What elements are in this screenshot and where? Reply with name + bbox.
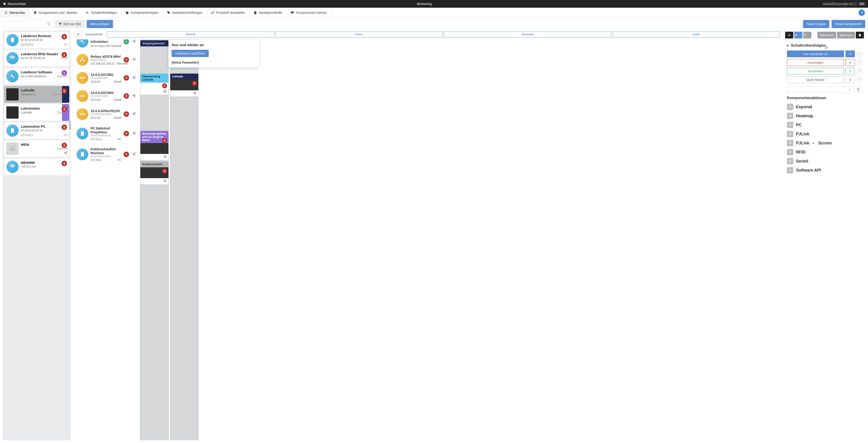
- component-card[interactable]: Lokdienst Softwarede.is.ddm.lokdienstExp…: [4, 68, 69, 85]
- col-gebaeude[interactable]: Gebäude: [444, 31, 611, 38]
- tech-card[interactable]: PC Bahnhof Projektiona0:a0:a0:a0:a0:3212…: [74, 124, 138, 143]
- help-button[interactable]: ?: [859, 8, 868, 18]
- lang-badge[interactable]: A|A: [859, 2, 865, 6]
- cancel-button[interactable]: Abbrechen: [817, 32, 836, 38]
- nav-tab-komponenten-demos[interactable]: Komponenten Demos: [286, 8, 331, 18]
- help-icon[interactable]: ?: [856, 77, 862, 83]
- component-card[interactable]: Lokdienst RFID Reader00:41:7E:54:45:34RF…: [4, 50, 69, 67]
- tech-card[interactable]: 10.0.0.6/COM310.0.0.6/COM310.0.0.6Seriel…: [74, 88, 138, 104]
- filter-icon: [58, 22, 62, 26]
- sequence-button[interactable]: Einschalten: [787, 68, 844, 74]
- tech-card[interactable]: Software Infostationde.nrn.foyer.infoExp…: [74, 39, 138, 50]
- action-item[interactable]: +Software API: [787, 166, 862, 175]
- tech-card[interactable]: 10.0.0.6//dev/ttyS010.0.0.6//dev/ttyS010…: [74, 106, 138, 122]
- global-search[interactable]: [3, 20, 53, 28]
- action-item[interactable]: +Heatmap: [787, 112, 862, 120]
- user-label[interactable]: asbachfinsynergie.de [ ]: [823, 2, 857, 6]
- help-icon[interactable]: ?: [856, 68, 862, 74]
- compress-button[interactable]: [803, 32, 811, 38]
- tech-address: 127.0.0.1: [91, 138, 102, 141]
- col-raum[interactable]: Raum: [276, 31, 443, 38]
- enter-icon[interactable]: [132, 39, 136, 44]
- sequence-button[interactable]: Aus und wieder an: [787, 51, 844, 57]
- room-enter[interactable]: [141, 154, 168, 160]
- component-card[interactable]: LokhalleGebäude 1Ausstellung6: [4, 86, 69, 103]
- action-item[interactable]: +Seriell: [787, 157, 862, 166]
- action-item[interactable]: +PC: [787, 120, 862, 129]
- filter-count-button[interactable]: 310 von 310: [55, 20, 85, 28]
- enter-icon[interactable]: [132, 131, 136, 136]
- enter-icon[interactable]: [132, 152, 136, 157]
- nav-tab-gruppenarten-und-ebenen[interactable]: Gruppenarten und -ebenen: [29, 8, 81, 18]
- save-button[interactable]: Speichern: [837, 32, 855, 38]
- brand[interactable]: NeuroomNet: [3, 2, 26, 6]
- tech-card[interactable]: Relays dS378 8RelRelays dS378192.168.102…: [74, 52, 138, 68]
- room-card[interactable]: Bahnhofprojektion und ein längerer Name6: [141, 131, 168, 160]
- status-badge: 6: [62, 34, 67, 39]
- sequence-button[interactable]: Ausschalten: [787, 59, 844, 66]
- room-card[interactable]: Lokhalle6: [170, 73, 198, 96]
- action-item[interactable]: +Exponat: [787, 102, 862, 112]
- sequence-button[interactable]: Quick Restart: [787, 76, 844, 83]
- enter-icon[interactable]: [132, 75, 136, 80]
- enter-icon[interactable]: [132, 94, 136, 98]
- enter-icon[interactable]: [64, 151, 67, 155]
- room-enter[interactable]: [170, 90, 198, 96]
- component-card[interactable]: Lokomotive PCa0:a0:a0:a0:a0:1e127.0.0.1P…: [4, 122, 69, 139]
- tech-card[interactable]: Kohleschaufeln Rechnera0:a0:a0:a0:a0:ab1…: [74, 145, 138, 164]
- enter-icon[interactable]: [132, 112, 136, 116]
- thumbnail-image: [6, 106, 19, 119]
- do-search-button[interactable]: [855, 86, 862, 93]
- room-card[interactable]: Kohleschaufeln6: [141, 161, 168, 184]
- new-component-button[interactable]: Neue Komponente: [832, 20, 865, 28]
- nav-tab-komponententypen[interactable]: Komponententypen: [121, 8, 162, 18]
- raum-column[interactable]: Eingangsbereich Überwachung Lokhalle6Bah…: [140, 39, 169, 440]
- nav-tab-hierarchie[interactable]: Hierarchie: [0, 8, 29, 18]
- tech-type: Seriell: [114, 80, 121, 83]
- col-stadt[interactable]: Stadt: [613, 31, 780, 38]
- col-technik[interactable]: Technik: [107, 31, 274, 38]
- gebaeude-column[interactable]: Gebäude 1 Lokhalle6: [170, 39, 199, 440]
- sequence-row: Einschalten9?: [787, 68, 862, 74]
- component-card[interactable]: MEWExponat6: [4, 140, 69, 157]
- sidebar-component-list[interactable]: Lokdienst Rechnera0:a0:a0:a0:a0:a0127.0.…: [3, 30, 71, 440]
- tech-card[interactable]: 10.0.0.6/COM110.0.0.6/COM110.0.0.6Seriel…: [74, 70, 138, 86]
- delete-button[interactable]: [856, 32, 864, 38]
- component-card[interactable]: LokomotiveLokhalleExponat6: [4, 104, 69, 121]
- tech-type: Seriell: [114, 116, 121, 120]
- section-toggle[interactable]: ▶ Schaltreihenfolgen: [787, 43, 862, 48]
- action-item[interactable]: +PJLink▸Screen: [787, 138, 862, 148]
- raum-header-chip[interactable]: Eingangsbereich: [141, 40, 168, 46]
- sliders-button[interactable]: [794, 32, 802, 38]
- show-all-button[interactable]: Alle anzeigen: [87, 20, 113, 28]
- clear-search-button[interactable]: ×: [846, 86, 853, 93]
- sequence-count[interactable]: 9: [845, 76, 855, 83]
- list-icon: [85, 11, 89, 14]
- nav-tab-protokoll-verarbeiter[interactable]: Protokoll Verarbeiter: [207, 8, 249, 18]
- stadt-column[interactable]: [200, 39, 229, 440]
- component-card[interactable]: MEW999::ffff:10.0.0.66: [4, 158, 69, 175]
- sequence-count[interactable]: 9: [845, 51, 855, 57]
- technik-column[interactable]: Software Infostationde.nrn.foyer.infoExp…: [73, 39, 139, 440]
- global-search-input[interactable]: [5, 22, 47, 26]
- new-group-button[interactable]: Neue Gruppe: [803, 20, 829, 28]
- sequence-count[interactable]: 9: [845, 68, 855, 74]
- nav-tab-kartenbeschriftungen[interactable]: Kartenbeschriftungen: [163, 8, 207, 18]
- search-icon[interactable]: [47, 22, 51, 26]
- help-icon[interactable]: ?: [856, 51, 862, 57]
- expand-all-button[interactable]: [75, 31, 82, 38]
- status-badge: 5: [62, 70, 67, 75]
- enter-icon[interactable]: [132, 58, 136, 62]
- popover-execute-button[interactable]: 9 Aktionen ausführen: [172, 50, 209, 57]
- nav-tab-ger-teprotokolle[interactable]: Geräteprotokolle: [249, 8, 287, 18]
- action-search-input[interactable]: [787, 86, 846, 93]
- nav-tab-schaltreihenfolgen[interactable]: Schaltreihenfolgen: [81, 8, 121, 18]
- action-item[interactable]: +PJLink: [787, 129, 862, 138]
- room-card[interactable]: Überwachung Lokhalle6: [141, 73, 168, 95]
- help-icon[interactable]: ?: [856, 60, 862, 65]
- sequence-count[interactable]: 9: [845, 59, 855, 66]
- action-item[interactable]: +RFID: [787, 148, 862, 157]
- collapse-panel-button[interactable]: [785, 32, 793, 38]
- room-enter[interactable]: [141, 178, 168, 184]
- component-card[interactable]: Lokdienst Rechnera0:a0:a0:a0:a0:a0127.0.…: [4, 32, 69, 49]
